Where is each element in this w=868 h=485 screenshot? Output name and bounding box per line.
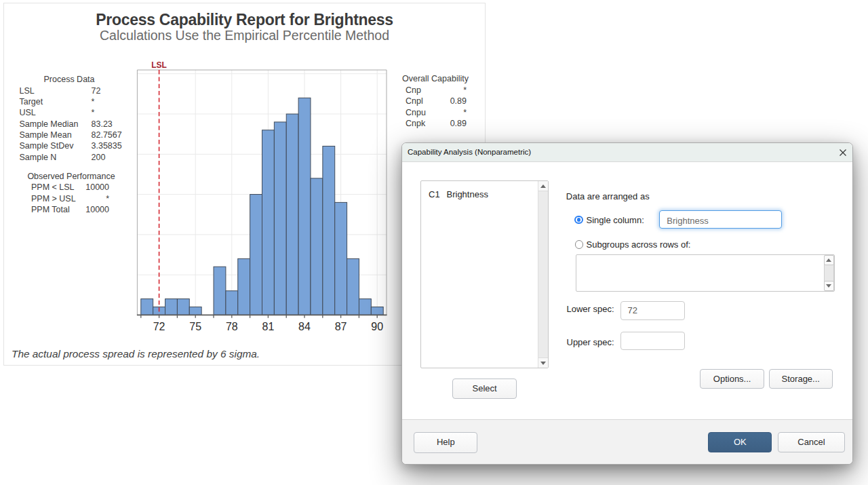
- svg-text:LSL: LSL: [151, 60, 167, 70]
- svg-text:84: 84: [298, 321, 311, 332]
- svg-text:81: 81: [262, 321, 275, 332]
- svg-text:75: 75: [189, 321, 201, 332]
- svg-text:87: 87: [335, 321, 347, 332]
- svg-text:72: 72: [153, 321, 165, 332]
- svg-text:78: 78: [226, 321, 238, 332]
- svg-text:90: 90: [371, 321, 383, 332]
